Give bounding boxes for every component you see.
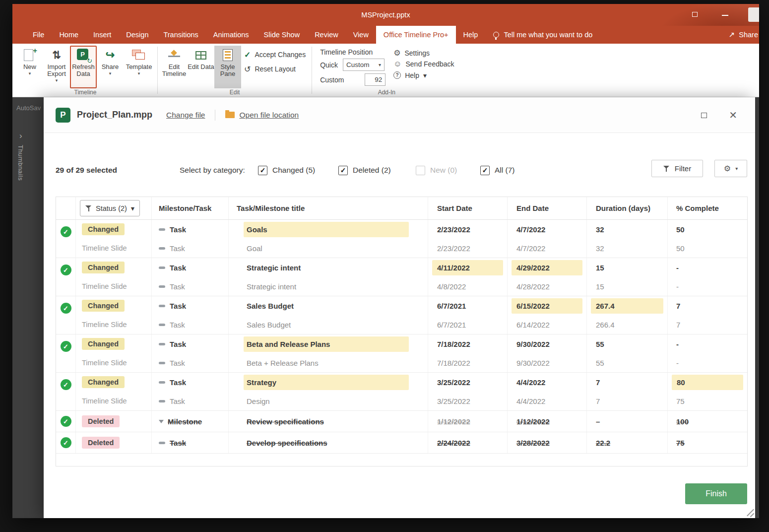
reset-layout-button[interactable]: ↺ Reset Layout [244, 63, 306, 75]
row-selected-icon[interactable]: ✓ [61, 265, 71, 275]
task-icon [159, 266, 165, 269]
file-name: Project_Plan.mpp [77, 110, 152, 120]
table-header-row: Status (2) ▾ Milestone/Task Task/Milesto… [56, 197, 747, 220]
tab-review[interactable]: Review [307, 26, 346, 44]
table-row[interactable]: ✓ Changed Timeline Slide Task Task Strat… [56, 258, 747, 296]
chevron-down-icon: ▾ [735, 166, 738, 171]
divider [215, 110, 215, 121]
share-button-top[interactable]: ↗ Share [729, 26, 758, 44]
share-arrow-icon: ↪ [106, 48, 115, 63]
tab-office-timeline-pro[interactable]: Office Timeline Pro+ [376, 26, 456, 44]
status-badge: Changed [82, 262, 125, 273]
dialog-maximize-icon[interactable] [701, 113, 707, 118]
tab-transitions[interactable]: Transitions [156, 26, 205, 44]
checkbox-checked-icon[interactable]: ✓ [338, 166, 348, 175]
status-sub: Timeline Slide [82, 282, 127, 290]
changed-value: 4/29/2022 [512, 260, 582, 275]
quick-position-dropdown[interactable]: Custom ▾ [343, 59, 384, 71]
changed-value: 267.4 [591, 298, 663, 314]
category-checkbox-all[interactable]: ✓ All (7) [480, 161, 514, 180]
expand-pane-icon[interactable]: › [19, 131, 22, 141]
tab-view[interactable]: View [346, 26, 376, 44]
style-pane-button[interactable]: Style Pane [214, 46, 241, 88]
send-feedback-button[interactable]: ☺ Send Feedback [393, 60, 454, 69]
import-export-icon: ⇅ [52, 48, 61, 63]
category-checkbox-deleted[interactable]: ✓ Deleted (2) [338, 161, 391, 180]
tab-file[interactable]: File [25, 26, 52, 44]
refresh-data-button[interactable]: P↻ Refresh Data [70, 46, 97, 88]
table-row[interactable]: ✓ Deleted Task Develop specifications 2/… [56, 432, 747, 454]
table-row[interactable]: ✓ Deleted Milestone Review specification… [56, 411, 747, 432]
category-checkbox-new[interactable]: New (0) [416, 161, 457, 180]
window-title: MSProject.pptx [12, 4, 759, 26]
close-window-button[interactable] [748, 7, 759, 22]
task-icon [159, 442, 165, 444]
template-button[interactable]: Template ▾ [124, 46, 154, 88]
resize-handle[interactable] [745, 508, 754, 517]
finish-button[interactable]: Finish [685, 483, 747, 504]
chevron-down-icon: ▾ [109, 71, 112, 75]
table-settings-button[interactable]: ⚙ ▾ [714, 160, 747, 177]
status-sub: Timeline Slide [82, 321, 127, 329]
thumbnails-label: Thumbnails [17, 145, 24, 181]
status-filter-dropdown[interactable]: Status (2) ▾ [80, 200, 140, 216]
template-icon [131, 48, 147, 62]
import-export-button[interactable]: ⇅ Import Export ▾ [43, 46, 70, 88]
share-label: Share [739, 31, 758, 39]
dialog-close-icon[interactable]: ✕ [729, 110, 737, 120]
smiley-icon: ☺ [393, 60, 401, 68]
tab-slide-show[interactable]: Slide Show [256, 26, 308, 44]
change-file-link[interactable]: Change file [166, 111, 205, 120]
row-selected-icon[interactable]: ✓ [61, 437, 71, 448]
row-selected-icon[interactable]: ✓ [61, 226, 71, 237]
share-button[interactable]: ↪ Share ▾ [97, 46, 124, 88]
table-row[interactable]: ✓ Changed Timeline Slide Task Task Beta … [56, 334, 747, 373]
row-selected-icon[interactable]: ✓ [61, 379, 71, 390]
checkbox-checked-icon[interactable]: ✓ [258, 166, 267, 175]
check-icon: ✓ [244, 50, 251, 60]
edit-timeline-icon [168, 49, 181, 62]
open-file-location-link[interactable]: Open file location [225, 111, 299, 120]
task-icon [159, 228, 165, 231]
changed-value: Strategy [244, 375, 409, 390]
changed-value: 80 [672, 375, 743, 390]
row-selected-icon[interactable]: ✓ [61, 416, 71, 427]
table-row[interactable]: ✓ Changed Timeline Slide Task Task Sales… [56, 296, 747, 334]
accept-changes-button[interactable]: ✓ Accept Changes [244, 49, 306, 61]
chevron-down-icon: ▾ [56, 78, 58, 82]
restore-window-icon[interactable] [692, 12, 698, 17]
edit-timeline-button[interactable]: Edit Timeline [161, 46, 188, 88]
tab-design[interactable]: Design [119, 26, 156, 44]
table-row[interactable]: ✓ Changed Timeline Slide Task Task Goals… [56, 220, 747, 258]
tab-help[interactable]: Help [456, 26, 486, 44]
refresh-data-dialog: P Project_Plan.mpp Change file Open file… [44, 97, 755, 518]
checkbox-unchecked-icon[interactable] [416, 166, 425, 175]
tab-animations[interactable]: Animations [206, 26, 256, 44]
row-selected-icon[interactable]: ✓ [61, 303, 71, 314]
help-button[interactable]: ? Help ▾ [393, 71, 454, 80]
group-label-edit: Edit [159, 89, 311, 96]
ribbon-tabs: File Home Insert Design Transitions Anim… [12, 26, 759, 44]
ribbon-group-addin: Timeline Position Quick Custom ▾ Custom … [313, 44, 460, 97]
category-checkbox-changed[interactable]: ✓ Changed (5) [258, 161, 315, 180]
edit-data-button[interactable]: Edit Data [188, 46, 214, 88]
task-icon [159, 285, 165, 288]
group-label-timeline: Timeline [14, 89, 156, 96]
titlebar: MSProject.pptx [12, 4, 759, 26]
row-selected-icon[interactable]: ✓ [61, 341, 71, 352]
table-row[interactable]: ✓ Changed Timeline Slide Task Task Strat… [56, 373, 747, 411]
gear-icon: ⚙ [724, 164, 731, 173]
minimize-window-icon[interactable] [722, 15, 728, 16]
tab-insert[interactable]: Insert [86, 26, 119, 44]
tell-me-box[interactable]: Tell me what you want to do [493, 26, 592, 44]
changes-table: Status (2) ▾ Milestone/Task Task/Milesto… [56, 197, 748, 466]
custom-position-input[interactable] [365, 73, 385, 86]
tab-home[interactable]: Home [52, 26, 86, 44]
new-button[interactable]: + New ▾ [16, 46, 43, 88]
settings-button[interactable]: ⚙ Settings [393, 48, 454, 58]
checkbox-checked-icon[interactable]: ✓ [480, 166, 490, 175]
task-icon [159, 362, 165, 364]
ribbon: + New ▾ ⇅ Import Export ▾ P↻ Refresh Dat… [12, 44, 759, 97]
task-icon [159, 324, 165, 326]
filter-button[interactable]: Filter [651, 160, 703, 177]
